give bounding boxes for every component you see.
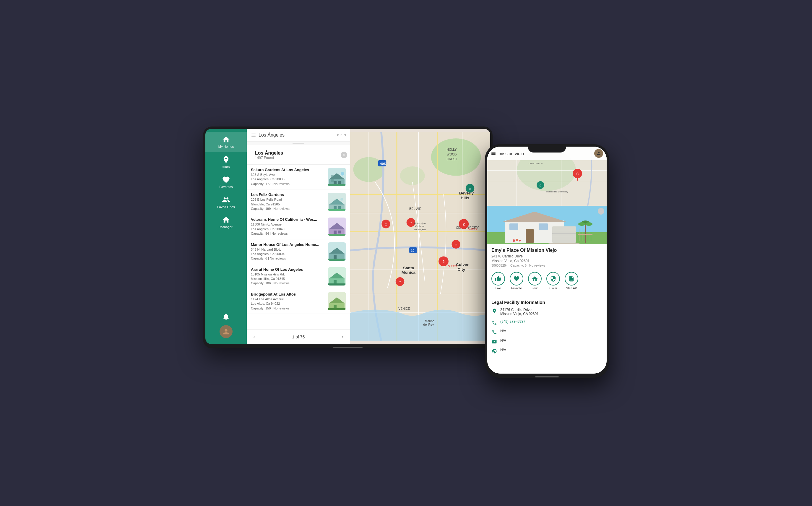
phone: mission viejo CRISTAN [485,144,609,378]
svg-rect-121 [582,229,582,241]
next-page-button[interactable]: › [340,333,346,341]
sidebar-item-favorites[interactable]: Favorites [205,172,247,192]
list-count: 1497 Found [255,156,342,160]
svg-rect-124 [591,229,591,241]
start-ap-button[interactable]: Start AP [565,272,578,290]
map-svg: HOLLY WOOD CREST Beverly Hills CENTURY C… [350,129,490,344]
list-city-title: Los Ángeles [255,151,342,156]
phone-notch [528,144,566,153]
phone-user-avatar[interactable] [594,149,603,158]
svg-text:California,: California, [415,225,425,228]
property-image-container: × [487,206,607,244]
prev-page-button[interactable]: ‹ [251,333,257,341]
svg-text:Monica: Monica [401,270,416,274]
favorite-button[interactable]: Favorite [510,272,523,290]
page-indicator: 1 of 75 [292,335,305,339]
svg-point-116 [585,222,593,226]
user-avatar[interactable] [219,325,233,338]
svg-rect-19 [338,231,341,234]
house-thumbnail-icon [328,242,346,261]
sidebar: My Homes tours Favorites [205,129,247,344]
listing-city: Los Angeles, Ca 90033 [251,177,325,181]
svg-text:⌂: ⌂ [576,171,578,176]
svg-text:Marina: Marina [425,319,434,323]
svg-rect-7 [328,184,345,186]
sidebar-item-label: Manager [219,225,232,229]
phone-screen: mission viejo CRISTAN [487,147,607,373]
svg-text:⌂: ⌂ [398,279,401,284]
listing-meta: Capacity: 186 | No reviews [251,281,325,285]
tour-button[interactable]: Tour [528,272,542,290]
svg-text:⌂: ⌂ [455,242,457,247]
favorite-label: Favorite [511,287,522,290]
svg-text:WOOD: WOOD [447,153,457,156]
sidebar-item-manager[interactable]: Manager [205,212,247,232]
list-header-area: Los Ángeles 1497 Found × [247,145,350,165]
tours-icon [222,156,230,164]
tablet-home-bar [333,347,363,348]
sidebar-item-label: Favorites [219,185,233,188]
legal-web-item: N/A [491,348,603,354]
favorite-heart-icon [513,275,520,282]
sidebar-item-label: Loved Ones [217,205,235,209]
sidebar-item-my-homes[interactable]: My Homes [205,132,247,152]
like-button[interactable]: Like [491,272,505,290]
legal-phone-item: (949) 273–5987 [491,320,603,325]
svg-text:Montevideo Elementary: Montevideo Elementary [546,191,568,193]
sidebar-item-tours[interactable]: tours [205,152,247,172]
svg-rect-25 [328,259,345,261]
list-item[interactable]: Bridgepoint At Los Altos 1174 Los Altos … [247,289,350,314]
list-item[interactable]: Ararat Home Of Los Angeles 15105 Mission… [247,264,350,289]
legal-phone-value[interactable]: (949) 273–5987 [500,320,525,324]
list-close-button[interactable]: × [341,152,347,158]
listing-address: 1174 Los Altos Avenue [251,297,325,302]
legal-email-item: N/A [491,338,603,344]
svg-text:University of: University of [414,222,426,225]
sidebar-item-loved-ones[interactable]: Loved Ones [205,192,247,212]
svg-text:del Rey: del Rey [424,323,434,326]
listing-thumbnail [328,218,346,236]
svg-text:⌂: ⌂ [539,183,541,187]
search-input[interactable] [259,133,333,138]
hamburger-icon[interactable] [251,133,256,138]
svg-rect-5 [331,175,334,182]
list-item[interactable]: Los Feliz Gardens 205 E Los Feliz Road G… [247,189,350,214]
listing-address: 325 S Boyle Ave [251,173,325,177]
listing-city: Mission Hills, Ca 91345 [251,277,325,281]
home-icon [222,135,230,144]
hamburger-menu-icon[interactable] [491,151,496,156]
svg-rect-120 [579,229,579,241]
phone-avatar-icon [596,151,601,156]
claim-label: Claim [549,287,557,290]
house-thumbnail-icon [328,267,346,285]
list-item[interactable]: Sakura Gardens At Los Angeles 325 S Boyl… [247,165,350,189]
thumbs-up-icon [495,275,502,282]
notification-bell[interactable] [222,313,230,322]
phone-home-indicator [535,376,559,377]
property-name: Emy's Place Of Mission Viejo [491,248,603,253]
svg-text:VENICE: VENICE [398,307,410,310]
detail-close-button[interactable]: × [598,208,604,215]
svg-rect-111 [539,224,548,230]
house-thumbnail-icon [328,218,346,236]
tour-label: Tour [532,287,538,290]
property-image [487,206,607,244]
listing-meta: Capacity: 177 | No reviews [251,182,325,186]
claim-shield-icon [550,275,556,282]
phone2-icon [492,330,497,335]
listing-meta: Capacity: 84 | No reviews [251,232,325,236]
house-thumbnail-icon [328,168,346,186]
claim-button[interactable]: Claim [546,272,560,290]
list-item[interactable]: Veterans Home Of California - Wes... 115… [247,214,350,239]
svg-rect-105 [552,227,576,243]
sidebar-item-label: My Homes [218,145,234,148]
tablet: My Homes tours Favorites [203,126,492,348]
list-item[interactable]: Manor House Of Los Angeles Home... 345 N… [247,239,350,264]
legal-section: Legal Facility Information 24176 Carrill… [491,296,603,354]
listing-city: Los Angeles, Ca 90004 [251,252,325,256]
svg-text:⌂: ⌂ [410,220,412,225]
svg-text:405: 405 [380,162,386,166]
svg-text:10: 10 [411,249,414,252]
listing-thumbnail [328,193,346,211]
listing-address: 11500 Nimitz Avenue [251,222,325,227]
